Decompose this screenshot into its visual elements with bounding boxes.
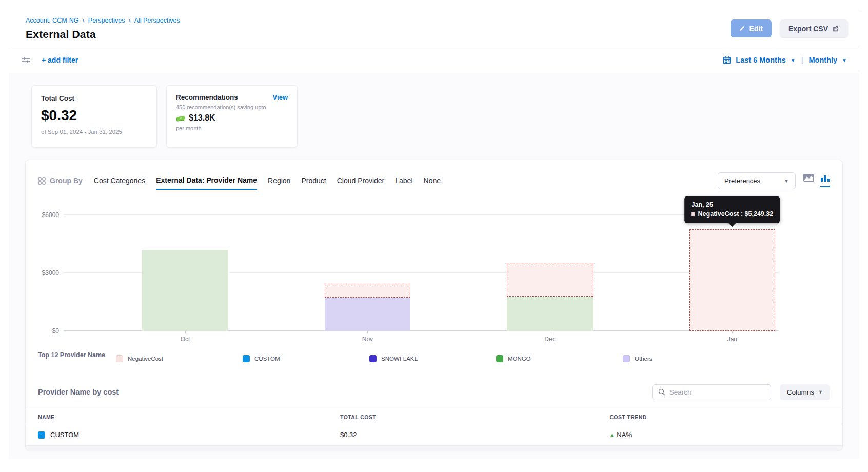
legend-item-snowflake[interactable]: SNOWFLAKE: [369, 351, 496, 366]
group-by-row: Group By Cost CategoriesExternal Data: P…: [38, 172, 830, 189]
area-chart-icon[interactable]: [803, 174, 814, 186]
breadcrumb: Account: CCM-NG›Perspectives›All Perspec…: [26, 16, 180, 24]
legend-label: Others: [635, 356, 653, 362]
recommendations-suffix: per month: [176, 125, 288, 131]
granularity-select[interactable]: Monthly: [809, 56, 838, 64]
row-cost-trend: ▲NA%: [597, 431, 842, 439]
perspective-card: Group By Cost CategoriesExternal Data: P…: [25, 160, 843, 450]
bar-chart-icon[interactable]: [820, 174, 830, 187]
chart-plot-area: Jan, 25 NegativeCost : $5,249.32 OctNovD…: [64, 192, 779, 331]
columns-button[interactable]: Columns ▼: [780, 384, 830, 400]
legend-item-mongo[interactable]: MONGO: [496, 351, 623, 366]
row-name: CUSTOM: [50, 431, 79, 439]
y-axis-tick-label: $6000: [42, 211, 59, 219]
tooltip-value: NegativeCost : $5,249.32: [698, 210, 774, 218]
column-header[interactable]: TOTAL COST: [328, 414, 597, 420]
chevron-down-icon[interactable]: ▼: [842, 57, 847, 63]
chart-y-axis: $0$3000$6000: [38, 192, 64, 331]
bar-negativecost-nov[interactable]: [325, 284, 410, 298]
column-header[interactable]: COST TREND: [597, 414, 842, 420]
cost-chart: $0$3000$6000 Jan, 25 NegativeCost : $5,2…: [38, 192, 779, 331]
breadcrumb-link[interactable]: All Perspectives: [134, 17, 180, 24]
tab-external-data-provider-name[interactable]: External Data: Provider Name: [156, 176, 257, 190]
legend-swatch: [369, 355, 377, 362]
bar-negativecost-jan[interactable]: [689, 229, 775, 331]
main-content: Total Cost $0.32 of Sep 01, 2024 - Jan 3…: [9, 73, 859, 459]
row-total-cost: $0.32: [328, 431, 597, 439]
breadcrumb-separator: ›: [128, 16, 130, 24]
filter-toolbar: + add filter Last 6 Months ▼ | Monthly ▼: [9, 47, 859, 73]
recommendations-view-link[interactable]: View: [273, 93, 288, 101]
money-icon: [176, 114, 185, 122]
breadcrumb-link[interactable]: Perspectives: [88, 17, 125, 24]
y-axis-tick-label: $0: [52, 327, 59, 335]
legend-label: SNOWFLAKE: [381, 356, 418, 362]
filter-sliders-icon[interactable]: [21, 56, 30, 64]
table-row[interactable]: CUSTOM$0.32▲NA%: [26, 424, 842, 446]
legend-swatch: [496, 355, 503, 362]
bar-others-nov[interactable]: [325, 298, 410, 331]
legend-label: NegativeCost: [128, 356, 163, 362]
table-search: [652, 384, 771, 400]
tab-cost-categories[interactable]: Cost Categories: [94, 176, 145, 189]
tab-product[interactable]: Product: [301, 176, 326, 189]
legend-swatch: [623, 355, 630, 362]
provider-cost-table: NAMETOTAL COSTCOST TREND CUSTOM$0.32▲NA%: [26, 410, 842, 450]
page-title: External Data: [26, 28, 180, 41]
total-cost-card: Total Cost $0.32 of Sep 01, 2024 - Jan 3…: [31, 85, 157, 148]
legend-item-others[interactable]: Others: [623, 351, 749, 366]
calendar-icon: [723, 56, 731, 64]
trend-value: NA%: [617, 431, 632, 439]
total-cost-period: of Sep 01, 2024 - Jan 31, 2025: [41, 129, 147, 135]
legend-item-negativecost[interactable]: NegativeCost: [116, 351, 243, 366]
group-by-tabs: Cost CategoriesExternal Data: Provider N…: [94, 176, 441, 185]
tab-label[interactable]: Label: [395, 176, 412, 189]
y-axis-tick-label: $3000: [42, 269, 59, 277]
tooltip-series-bullet: [692, 212, 695, 216]
group-by-icon: [38, 177, 46, 185]
edit-button[interactable]: Edit: [731, 19, 772, 37]
table-title-row: Provider Name by cost Columns ▼: [38, 384, 830, 400]
total-cost-value: $0.32: [41, 107, 147, 124]
row-swatch: [38, 431, 45, 439]
gridline: [64, 214, 779, 215]
page-header: Account: CCM-NG›Perspectives›All Perspec…: [9, 9, 859, 47]
x-axis-tick: [732, 331, 733, 333]
chevron-down-icon: ▼: [784, 178, 789, 184]
legend-item-custom[interactable]: CUSTOM: [243, 351, 369, 366]
search-input[interactable]: [669, 388, 765, 396]
chevron-down-icon[interactable]: ▼: [791, 57, 796, 63]
external-link-icon: [832, 25, 839, 32]
export-csv-button[interactable]: Export CSV: [780, 19, 848, 37]
legend-title: Top 12 Provider Name: [38, 351, 116, 366]
separator: |: [801, 56, 803, 64]
preferences-select[interactable]: Preferences ▼: [718, 172, 796, 189]
breadcrumb-link[interactable]: Account: CCM-NG: [26, 17, 79, 24]
bar-mongo-oct[interactable]: [142, 250, 228, 331]
bar-mongo-dec[interactable]: [507, 297, 593, 331]
tab-none[interactable]: None: [424, 176, 441, 189]
tab-region[interactable]: Region: [268, 176, 290, 189]
legend-label: MONGO: [508, 356, 531, 362]
x-axis-tick: [185, 331, 186, 333]
recommendations-title: Recommendations: [176, 93, 238, 101]
date-range-select[interactable]: Last 6 Months: [736, 56, 785, 64]
recommendations-card: Recommendations View 450 recommendation(…: [166, 85, 298, 148]
x-axis-label: Oct: [181, 336, 190, 343]
x-axis-tick: [550, 331, 550, 333]
breadcrumb-separator: ›: [83, 16, 85, 24]
tab-cloud-provider[interactable]: Cloud Provider: [337, 176, 385, 189]
chart-legend: Top 12 Provider Name NegativeCostCUSTOMS…: [38, 351, 830, 366]
recommendations-amount: $13.8K: [189, 113, 215, 123]
search-icon: [658, 388, 665, 396]
x-axis-label: Dec: [544, 336, 555, 343]
x-axis-label: Nov: [362, 336, 373, 343]
bar-negativecost-dec[interactable]: [507, 263, 593, 297]
page-frame: Account: CCM-NG›Perspectives›All Perspec…: [9, 9, 859, 459]
add-filter-button[interactable]: + add filter: [42, 56, 78, 64]
legend-label: CUSTOM: [254, 356, 280, 362]
table-title: Provider Name by cost: [38, 388, 119, 396]
column-header[interactable]: NAME: [26, 414, 328, 420]
table-body: CUSTOM$0.32▲NA%: [26, 424, 842, 446]
x-axis-label: Jan: [727, 336, 737, 343]
